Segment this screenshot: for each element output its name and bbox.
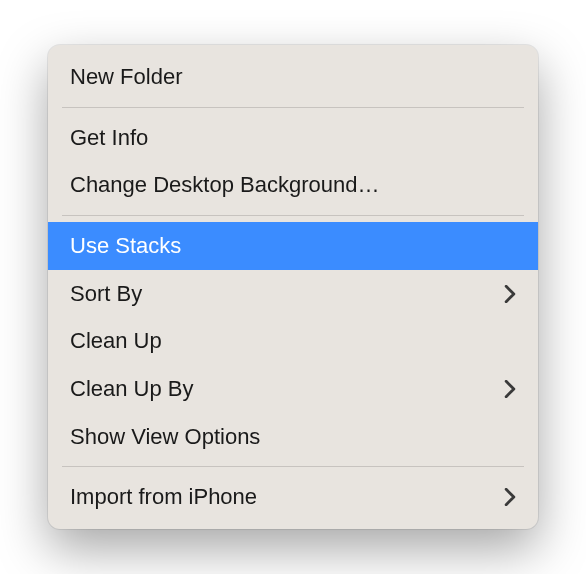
menu-item-label: Change Desktop Background… <box>70 170 516 200</box>
menu-separator <box>62 107 524 108</box>
menu-item-sort-by[interactable]: Sort By <box>48 270 538 318</box>
menu-item-label: Clean Up <box>70 326 516 356</box>
menu-item-get-info[interactable]: Get Info <box>48 114 538 162</box>
menu-item-clean-up-by[interactable]: Clean Up By <box>48 365 538 413</box>
menu-item-import-from-iphone[interactable]: Import from iPhone <box>48 473 538 521</box>
menu-item-label: New Folder <box>70 62 516 92</box>
menu-item-clean-up[interactable]: Clean Up <box>48 317 538 365</box>
chevron-right-icon <box>504 285 516 303</box>
menu-item-new-folder[interactable]: New Folder <box>48 53 538 101</box>
menu-item-use-stacks[interactable]: Use Stacks <box>48 222 538 270</box>
menu-separator <box>62 466 524 467</box>
menu-item-label: Show View Options <box>70 422 516 452</box>
chevron-right-icon <box>504 380 516 398</box>
menu-item-change-desktop-background[interactable]: Change Desktop Background… <box>48 161 538 209</box>
chevron-right-icon <box>504 488 516 506</box>
menu-item-label: Clean Up By <box>70 374 504 404</box>
menu-item-label: Use Stacks <box>70 231 516 261</box>
menu-item-show-view-options[interactable]: Show View Options <box>48 413 538 461</box>
menu-item-label: Sort By <box>70 279 504 309</box>
desktop-context-menu: New Folder Get Info Change Desktop Backg… <box>48 45 538 529</box>
menu-item-label: Import from iPhone <box>70 482 504 512</box>
menu-separator <box>62 215 524 216</box>
menu-item-label: Get Info <box>70 123 516 153</box>
